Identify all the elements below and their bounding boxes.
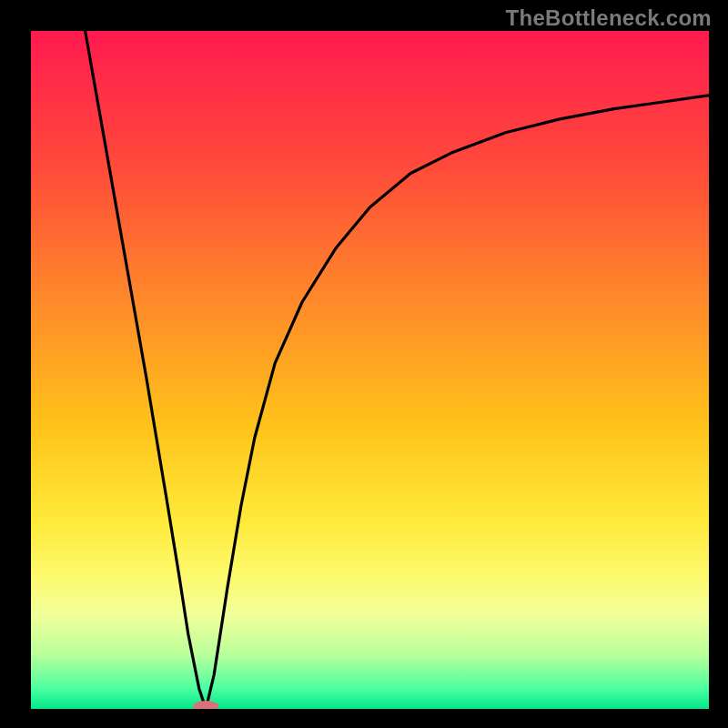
figure-frame: TheBottleneck.com [0,0,728,728]
chart-background [31,31,709,709]
chart-svg [31,31,709,709]
watermark-label: TheBottleneck.com [506,5,712,31]
plot-area [31,31,709,709]
